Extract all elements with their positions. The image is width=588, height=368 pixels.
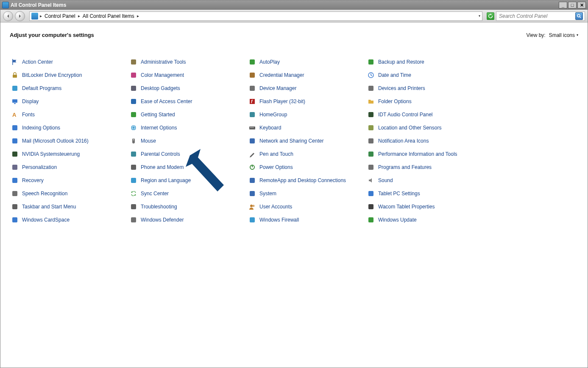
view-by: View by: Small icons ▾	[527, 32, 579, 38]
internet-icon	[130, 124, 137, 131]
control-panel-item[interactable]: Personalization	[10, 160, 128, 174]
power-icon	[249, 164, 256, 171]
svg-rect-40	[131, 165, 136, 170]
control-panel-item[interactable]: fFlash Player (32-bit)	[247, 95, 366, 108]
view-by-selector[interactable]: Small icons ▾	[549, 32, 578, 38]
network-icon	[249, 138, 256, 144]
ease-icon	[130, 98, 137, 105]
control-panel-item[interactable]: Windows Defender	[128, 213, 247, 226]
control-panel-item[interactable]: Devices and Printers	[366, 81, 485, 95]
svg-rect-13	[12, 99, 17, 103]
item-label: Device Manager	[259, 85, 296, 91]
forward-button[interactable]	[15, 11, 25, 21]
control-panel-item[interactable]: Ease of Access Center	[128, 95, 247, 108]
control-panel-item[interactable]: Device Manager	[247, 81, 366, 95]
control-panel-item[interactable]: Internet Options	[128, 121, 247, 134]
control-panel-item[interactable]: Windows Update	[366, 213, 485, 226]
control-panel-item[interactable]: Color Management	[128, 68, 247, 81]
control-panel-item[interactable]: Backup and Restore	[366, 55, 485, 68]
item-label: Recovery	[22, 177, 44, 183]
control-panel-item[interactable]: Programs and Features	[366, 160, 485, 174]
control-panel-item[interactable]: HomeGroup	[247, 108, 366, 121]
breadcrumb[interactable]: ▸ Control Panel ▸ All Control Panel Item…	[29, 11, 482, 21]
control-panel-item[interactable]: Mouse	[128, 134, 247, 147]
control-panel-item[interactable]: Mail (Microsoft Outlook 2016)	[10, 134, 128, 147]
control-panel-item[interactable]: Region and Language	[128, 174, 247, 187]
item-label: IDT Audio Control Panel	[378, 112, 433, 118]
control-panel-item[interactable]: Taskbar and Start Menu	[10, 200, 128, 213]
recovery-icon	[11, 177, 18, 184]
dropdown-icon[interactable]: ▾	[479, 14, 480, 18]
search-box[interactable]	[496, 11, 585, 21]
control-panel-item[interactable]: Keyboard	[247, 121, 366, 134]
close-button[interactable]: ✕	[577, 2, 586, 8]
svg-point-52	[250, 205, 253, 207]
control-panel-item[interactable]: AFonts	[10, 108, 128, 121]
control-panel-item[interactable]: AutoPlay	[247, 55, 366, 68]
item-label: Windows Update	[378, 217, 417, 223]
control-panel-item[interactable]: Windows Firewall	[247, 213, 366, 226]
sync-icon	[130, 190, 137, 197]
control-panel-grid: Action CenterAdministrative ToolsAutoPla…	[10, 55, 578, 226]
control-panel-item[interactable]: Recovery	[10, 174, 128, 187]
control-panel-item[interactable]: Speech Recognition	[10, 187, 128, 200]
item-label: Keyboard	[259, 125, 281, 131]
control-panel-item[interactable]: Default Programs	[10, 81, 128, 95]
control-panel-item[interactable]: IDT Audio Control Panel	[366, 108, 485, 121]
control-panel-item[interactable]: Parental Controls	[128, 147, 247, 160]
control-panel-item[interactable]: Getting Started	[128, 108, 247, 121]
control-panel-item[interactable]: Action Center	[10, 55, 128, 68]
control-panel-item[interactable]: NVIDIA Systemsteuerung	[10, 147, 128, 160]
tools-icon	[130, 59, 137, 65]
control-panel-item[interactable]: Date and Time	[366, 68, 485, 81]
control-panel-item[interactable]: Power Options	[247, 160, 366, 174]
control-panel-item[interactable]: Folder Options	[366, 95, 485, 108]
control-panel-item[interactable]: Pen and Touch	[247, 147, 366, 160]
item-label: Color Management	[141, 72, 184, 78]
item-label: Fonts	[22, 112, 35, 118]
breadcrumb-item[interactable]: Control Panel	[44, 13, 76, 19]
refresh-button[interactable]	[487, 12, 494, 20]
control-panel-item[interactable]: Location and Other Sensors	[366, 121, 485, 134]
control-panel-item[interactable]: Display	[10, 95, 128, 108]
control-panel-item[interactable]: Notification Area Icons	[366, 134, 485, 147]
control-panel-item[interactable]: Sync Center	[128, 187, 247, 200]
control-panel-item[interactable]: RemoteApp and Desktop Connections	[247, 174, 366, 187]
control-panel-item[interactable]: Sound	[366, 174, 485, 187]
control-panel-item[interactable]: User Accounts	[247, 200, 366, 213]
minimize-button[interactable]: _	[559, 2, 567, 8]
back-button[interactable]	[3, 11, 13, 21]
title-bar: All Control Panel Items _ □ ✕	[0, 0, 588, 10]
fonts-icon: A	[11, 111, 18, 118]
item-label: Pen and Touch	[259, 151, 293, 157]
location-icon	[368, 124, 374, 131]
control-panel-item[interactable]: BitLocker Drive Encryption	[10, 68, 128, 81]
control-panel-item[interactable]: Administrative Tools	[128, 55, 247, 68]
control-panel-item[interactable]: Phone and Modem	[128, 160, 247, 174]
control-panel-item[interactable]: Wacom Tablet Properties	[366, 200, 485, 213]
svg-rect-57	[250, 217, 255, 222]
flash-icon: f	[249, 98, 256, 105]
control-panel-item[interactable]: Credential Manager	[247, 68, 366, 81]
search-input[interactable]	[498, 13, 575, 20]
search-button[interactable]	[575, 12, 583, 20]
control-panel-item[interactable]: Desktop Gadgets	[128, 81, 247, 95]
item-label: Power Options	[259, 164, 293, 170]
control-panel-item[interactable]: Windows CardSpace	[10, 213, 128, 226]
folder-icon	[368, 98, 374, 105]
maximize-button[interactable]: □	[568, 2, 577, 8]
svg-rect-38	[368, 152, 373, 157]
svg-rect-45	[131, 178, 136, 183]
breadcrumb-item[interactable]: All Control Panel Items	[82, 13, 135, 19]
item-label: Notification Area Icons	[378, 138, 429, 144]
control-panel-item[interactable]: Tablet PC Settings	[366, 187, 485, 200]
tablet-icon	[368, 190, 374, 197]
control-panel-item[interactable]: Indexing Options	[10, 121, 128, 134]
svg-point-0	[577, 14, 580, 17]
control-panel-item[interactable]: Performance Information and Tools	[366, 147, 485, 160]
control-panel-item[interactable]: Network and Sharing Center	[247, 134, 366, 147]
view-by-value: Small icons	[549, 32, 575, 38]
control-panel-item[interactable]: System	[247, 187, 366, 200]
svg-rect-44	[12, 178, 17, 183]
control-panel-item[interactable]: Troubleshooting	[128, 200, 247, 213]
